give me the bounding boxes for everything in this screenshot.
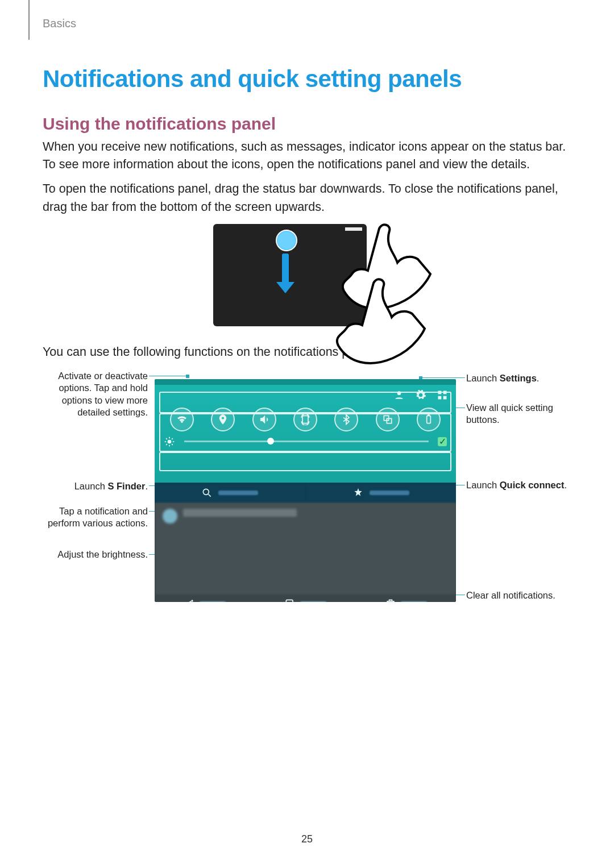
callout-clear-all: Clear all notifications. bbox=[466, 589, 569, 601]
callout-bold: S Finder bbox=[107, 481, 145, 491]
device-outline bbox=[213, 224, 367, 326]
power-saving-icon bbox=[417, 408, 441, 431]
callout-sfinder: Launch S Finder. bbox=[34, 480, 148, 492]
svg-rect-9 bbox=[428, 415, 429, 416]
delete-trash-icon bbox=[385, 598, 396, 602]
sound-icon bbox=[252, 408, 276, 431]
quick-connect-button bbox=[305, 483, 457, 503]
brightness-icon bbox=[164, 436, 175, 447]
edit-action bbox=[284, 598, 326, 602]
svg-point-10 bbox=[168, 440, 172, 444]
callout-text: . bbox=[537, 373, 540, 383]
svg-rect-4 bbox=[443, 396, 447, 400]
callout-view-all-quick: View all quick setting buttons. bbox=[466, 402, 569, 426]
swipe-down-arrow-icon bbox=[282, 254, 294, 293]
svg-rect-1 bbox=[438, 391, 442, 394]
share-icon bbox=[184, 598, 195, 602]
svg-rect-2 bbox=[443, 391, 447, 394]
action-label-blur bbox=[401, 601, 427, 602]
callout-quick-connect: Launch Quick connect. bbox=[466, 479, 569, 491]
edit-note-icon bbox=[284, 598, 296, 602]
callout-text: . bbox=[145, 481, 148, 491]
leader-line bbox=[421, 377, 465, 379]
settings-gear-icon bbox=[415, 389, 426, 401]
callout-settings: Launch Settings. bbox=[466, 372, 569, 384]
location-icon bbox=[211, 408, 235, 431]
svg-rect-15 bbox=[286, 600, 293, 602]
quick-settings-area: ✓ bbox=[155, 379, 456, 483]
svg-point-11 bbox=[204, 489, 209, 495]
quick-panel-header bbox=[155, 385, 456, 404]
s-finder-button bbox=[155, 483, 305, 503]
action-label-blur bbox=[300, 601, 326, 602]
status-bar bbox=[155, 379, 456, 385]
manual-page: Basics Notifications and quick setting p… bbox=[0, 0, 614, 624]
notification-item bbox=[155, 503, 456, 594]
search-icon bbox=[201, 487, 213, 499]
paragraph-open-close: To open the notifications panel, drag th… bbox=[43, 180, 571, 215]
slider-thumb bbox=[267, 438, 274, 445]
notification-app-icon bbox=[163, 509, 177, 524]
callout-brightness: Adjust the brightness. bbox=[34, 549, 148, 560]
callout-text: Launch bbox=[466, 480, 500, 490]
notification-text-blur bbox=[183, 509, 297, 517]
brightness-slider bbox=[184, 441, 429, 442]
callout-text: . bbox=[564, 480, 567, 490]
touch-point-icon bbox=[276, 230, 297, 251]
annotated-figure: Activate or deactivate options. Tap and … bbox=[45, 368, 569, 624]
auto-brightness-check-icon: ✓ bbox=[438, 437, 447, 446]
section-subtitle: Using the notifications panel bbox=[43, 114, 571, 134]
svg-rect-5 bbox=[302, 416, 308, 423]
leader-line bbox=[149, 376, 188, 377]
callout-bold: Settings bbox=[500, 373, 537, 383]
user-icon bbox=[393, 389, 405, 401]
share-action bbox=[184, 598, 226, 602]
delete-action bbox=[385, 598, 427, 602]
notifications-panel-mock: ✓ bbox=[155, 379, 456, 602]
callout-text: Launch bbox=[74, 481, 108, 491]
svg-point-0 bbox=[397, 391, 401, 395]
outline-box bbox=[159, 452, 451, 471]
paragraph-intro: When you receive new notifications, such… bbox=[43, 138, 571, 173]
callout-text: Launch bbox=[466, 373, 500, 383]
quick-connect-star-icon bbox=[352, 487, 364, 499]
grid-apps-icon bbox=[437, 389, 448, 401]
svg-rect-3 bbox=[438, 396, 442, 400]
rotate-icon bbox=[293, 408, 317, 431]
bluetooth-icon bbox=[334, 408, 358, 431]
callout-tap-notification: Tap a notification and perform various a… bbox=[34, 505, 148, 530]
page-number: 25 bbox=[0, 833, 614, 845]
multi-window-icon bbox=[376, 408, 400, 431]
gesture-figure bbox=[213, 224, 401, 326]
wifi-icon bbox=[170, 408, 194, 431]
quick-settings-row bbox=[155, 404, 456, 434]
action-label-blur bbox=[200, 601, 226, 602]
quickconnect-label-blur bbox=[370, 491, 409, 495]
svg-rect-8 bbox=[426, 416, 430, 423]
breadcrumb: Basics bbox=[43, 17, 571, 30]
svg-point-13 bbox=[192, 600, 193, 601]
paragraph-functions: You can use the following functions on t… bbox=[43, 343, 571, 361]
brightness-row: ✓ bbox=[155, 434, 456, 447]
callout-activate-options: Activate or deactivate options. Tap and … bbox=[34, 370, 148, 419]
notification-actions-bar bbox=[155, 594, 456, 602]
page-title: Notifications and quick setting panels bbox=[43, 65, 571, 93]
finder-quickconnect-row bbox=[155, 483, 456, 503]
callout-bold: Quick connect bbox=[500, 480, 565, 490]
sfinder-label-blur bbox=[218, 491, 258, 495]
